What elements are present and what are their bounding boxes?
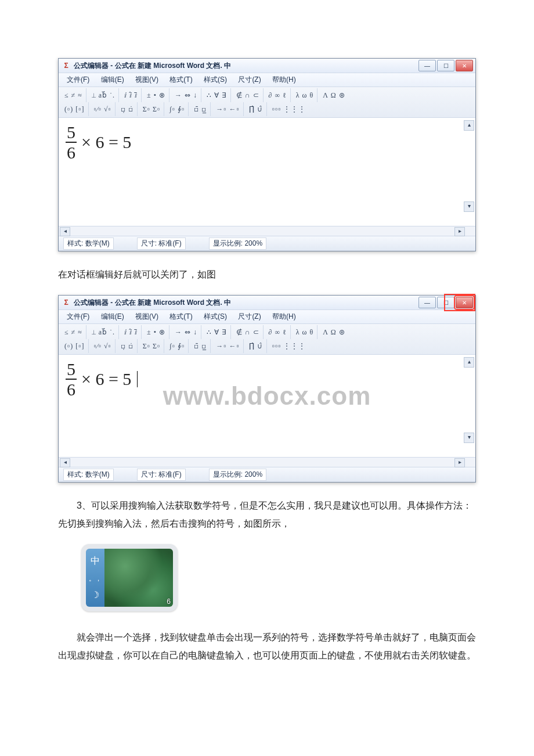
maximize-icon: ☐ <box>443 63 449 69</box>
equation-editor-window-1: Σ 公式编辑器 - 公式在 新建 Microsoft Word 文档. 中 — … <box>58 58 476 251</box>
template-bars[interactable]: ▫̄ ▫̲ <box>190 102 211 116</box>
toolbar-row-1: ≤ ≠ ≈ ⟂ ab⃗ ˙. ⅈ ⅈ̂ ⅈ̄ ± • ⊗ → ⇔ ↓ ∴ ∀ ∃… <box>61 325 473 339</box>
status-zoom-value: 200% <box>244 239 262 247</box>
template-bars[interactable]: ▫̄ ▫̲ <box>190 339 211 353</box>
template-fences[interactable]: (▫) [▫] <box>61 339 89 353</box>
status-style-value: 数学(M) <box>85 239 110 247</box>
palette-spacing[interactable]: ⟂ ab⃗ ˙. <box>88 325 119 339</box>
status-size-label: 尺寸: <box>141 470 157 478</box>
scroll-right-icon: ▸ <box>459 459 461 465</box>
status-style-label: 样式: <box>67 239 83 247</box>
palette-relational[interactable]: ≤ ≠ ≈ <box>61 88 86 102</box>
palette-greekup[interactable]: Λ Ω ⊛ <box>319 325 348 339</box>
menu-file[interactable]: 文件(F) <box>62 311 94 322</box>
palette-operators[interactable]: ± • ⊗ <box>143 325 169 339</box>
palette-relational[interactable]: ≤ ≠ ≈ <box>61 325 86 339</box>
menu-size[interactable]: 尺寸(Z) <box>233 74 265 85</box>
palette-logical[interactable]: ∴ ∀ ∃ <box>203 88 231 102</box>
ime-toolbar-moon-icon[interactable]: ☽ <box>91 589 99 600</box>
template-fracs[interactable]: ▫⁄▫ √▫ <box>91 102 116 116</box>
menu-help[interactable]: 帮助(H) <box>268 311 301 322</box>
menu-format[interactable]: 格式(T) <box>165 311 197 322</box>
palette-embellish[interactable]: ⅈ ⅈ̂ ⅈ̄ <box>121 325 142 339</box>
window-controls: — ☐ ✕ <box>418 60 473 71</box>
equation-editor-area[interactable]: 5 6 × 6 = 5 www.bdocx.com ▴ ▾ <box>59 355 475 457</box>
template-labeledarr[interactable]: →▫ ←▫ <box>212 339 244 353</box>
menu-help[interactable]: 帮助(H) <box>268 74 301 85</box>
fraction: 5 6 <box>66 123 77 162</box>
template-sums[interactable]: Σ▫ Σ▫ <box>139 102 164 116</box>
template-fences[interactable]: (▫) [▫] <box>61 102 89 116</box>
status-size: 尺寸: 标准(F) <box>137 469 186 481</box>
minimize-button[interactable]: — <box>418 60 436 71</box>
menu-format[interactable]: 格式(T) <box>165 74 197 85</box>
template-fracs[interactable]: ▫⁄▫ √▫ <box>91 339 116 353</box>
template-matrices[interactable]: ▫▫▫ ⋮⋮⋮ <box>269 339 310 353</box>
ime-toolbar-punct[interactable]: 。， <box>89 574 102 583</box>
menu-edit[interactable]: 编辑(E) <box>96 311 129 322</box>
menu-edit[interactable]: 编辑(E) <box>96 74 129 85</box>
maximize-button[interactable]: ☐ <box>437 297 454 308</box>
template-integrals[interactable]: ∫▫ ∮▫ <box>166 339 189 353</box>
menu-view[interactable]: 视图(V) <box>131 311 163 322</box>
horizontal-scrollbar[interactable]: ◂ ▸ <box>59 226 475 236</box>
palette-settheory[interactable]: ∉ ∩ ⊂ <box>233 88 264 102</box>
palette-misc[interactable]: ∂ ∞ ℓ <box>265 88 291 102</box>
template-sums[interactable]: Σ▫ Σ▫ <box>139 339 164 353</box>
status-style: 样式: 数学(M) <box>63 237 114 250</box>
statusbar: 样式: 数学(M) 尺寸: 标准(F) 显示比例: 200% <box>59 467 475 482</box>
paragraph-2: 3、可以采用搜狗输入法获取数学符号，但是不怎么实用，我只是建议也可以用。具体操作… <box>58 497 476 532</box>
palette-misc[interactable]: ∂ ∞ ℓ <box>265 325 291 339</box>
palette-operators[interactable]: ± • ⊗ <box>143 88 169 102</box>
palette-arrows[interactable]: → ⇔ ↓ <box>171 88 201 102</box>
scroll-up-icon: ▴ <box>468 121 471 128</box>
window-controls: — ☐ ✕ <box>418 297 473 308</box>
fraction-numerator: 5 <box>66 123 77 142</box>
scroll-down-button[interactable]: ▾ <box>464 201 474 212</box>
menu-style[interactable]: 样式(S) <box>199 311 232 322</box>
palette-logical[interactable]: ∴ ∀ ∃ <box>203 325 231 339</box>
palette-embellish[interactable]: ⅈ ⅈ̂ ⅈ̄ <box>121 88 142 102</box>
close-button[interactable]: ✕ <box>456 297 473 308</box>
app-icon: Σ <box>61 60 71 71</box>
minimize-icon: — <box>424 300 430 306</box>
scroll-right-button[interactable]: ▸ <box>454 458 465 467</box>
menu-size[interactable]: 尺寸(Z) <box>233 311 265 322</box>
palette-settheory[interactable]: ∉ ∩ ⊂ <box>233 325 264 339</box>
scroll-up-button[interactable]: ▴ <box>464 357 474 368</box>
scroll-up-button[interactable]: ▴ <box>464 120 474 131</box>
template-subsup[interactable]: ▫̣ ▫̇ <box>117 102 138 116</box>
template-matrices[interactable]: ▫▫▫ ⋮⋮⋮ <box>269 102 310 116</box>
palette-greeklow[interactable]: λ ω θ <box>293 325 317 339</box>
scroll-left-button[interactable]: ◂ <box>60 227 70 236</box>
close-button[interactable]: ✕ <box>456 60 473 71</box>
template-integrals[interactable]: ∫▫ ∮▫ <box>166 102 189 116</box>
template-labeledarr[interactable]: →▫ ←▫ <box>212 102 244 116</box>
template-subsup[interactable]: ▫̣ ▫̇ <box>117 339 138 353</box>
ime-toolbar-char[interactable]: 中 <box>91 555 100 567</box>
status-zoom-label: 显示比例: <box>213 470 243 478</box>
palette-arrows[interactable]: → ⇔ ↓ <box>171 325 201 339</box>
statusbar: 样式: 数学(M) 尺寸: 标准(F) 显示比例: 200% <box>59 236 475 251</box>
ime-skin-photo[interactable] <box>104 549 173 607</box>
scroll-left-button[interactable]: ◂ <box>60 458 70 467</box>
toolbar: ≤ ≠ ≈ ⟂ ab⃗ ˙. ⅈ ⅈ̂ ⅈ̄ ± • ⊗ → ⇔ ↓ ∴ ∀ ∃… <box>59 324 475 355</box>
maximize-icon: ☐ <box>443 300 449 306</box>
minimize-button[interactable]: — <box>418 297 436 308</box>
menu-style[interactable]: 样式(S) <box>199 74 232 85</box>
status-size: 尺寸: 标准(F) <box>137 237 186 250</box>
menu-view[interactable]: 视图(V) <box>131 74 163 85</box>
palette-greekup[interactable]: Λ Ω ⊛ <box>319 88 348 102</box>
horizontal-scrollbar[interactable]: ◂ ▸ <box>59 457 475 467</box>
palette-spacing[interactable]: ⟂ ab⃗ ˙. <box>88 88 119 102</box>
palette-greeklow[interactable]: λ ω θ <box>293 88 317 102</box>
scroll-down-button[interactable]: ▾ <box>464 433 474 443</box>
ime-toolbar-left: 中 。， ☽ <box>86 549 104 607</box>
menu-file[interactable]: 文件(F) <box>62 74 94 85</box>
template-prodset[interactable]: ∏̂ ∪̂ <box>246 102 267 116</box>
equation-editor-area[interactable]: 5 6 × 6 = 5 ▴ ▾ <box>59 118 475 226</box>
scroll-right-button[interactable]: ▸ <box>454 227 465 236</box>
maximize-button[interactable]: ☐ <box>437 60 454 71</box>
fraction: 5 6 <box>66 359 77 399</box>
template-prodset[interactable]: ∏̂ ∪̂ <box>246 339 267 353</box>
